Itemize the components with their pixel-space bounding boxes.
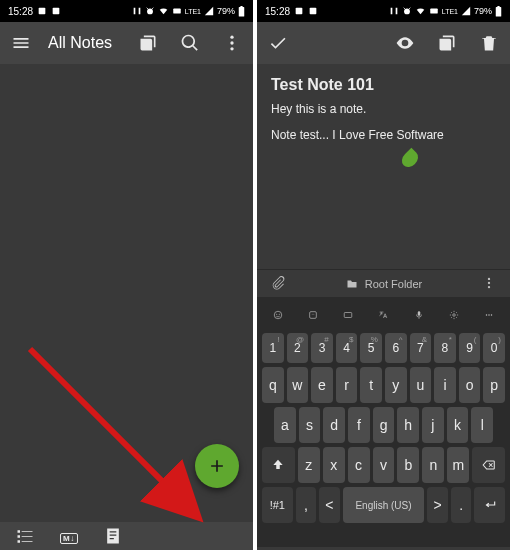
key-i[interactable]: i: [434, 367, 456, 403]
folder-select[interactable]: Root Folder: [341, 274, 426, 294]
key-4[interactable]: 4$: [336, 333, 358, 363]
comma-key[interactable]: ,: [296, 487, 316, 523]
key-w[interactable]: w: [287, 367, 309, 403]
battery-icon: [495, 6, 502, 17]
key-u[interactable]: u: [410, 367, 432, 403]
key-f[interactable]: f: [348, 407, 370, 443]
svg-rect-25: [344, 313, 352, 318]
key-9[interactable]: 9(: [459, 333, 481, 363]
notes-list-empty: [0, 64, 253, 522]
key-h[interactable]: h: [397, 407, 419, 443]
key-d[interactable]: d: [323, 407, 345, 443]
translate-icon[interactable]: [374, 306, 392, 324]
key-2[interactable]: 2@: [287, 333, 309, 363]
key-3[interactable]: 3#: [311, 333, 333, 363]
key-e[interactable]: e: [311, 367, 333, 403]
notebook-icon: [436, 32, 458, 54]
space-label: English (US): [355, 500, 411, 511]
gif-icon[interactable]: [339, 306, 357, 324]
spacebar-key[interactable]: English (US): [343, 487, 425, 523]
prev-lang-key[interactable]: <: [319, 487, 339, 523]
nfc-icon: [132, 6, 142, 16]
key-y[interactable]: y: [385, 367, 407, 403]
text-cursor-handle[interactable]: [399, 148, 422, 171]
svg-point-24: [313, 314, 314, 315]
key-p[interactable]: p: [483, 367, 505, 403]
alarm-icon: [145, 6, 155, 16]
key-r[interactable]: r: [336, 367, 358, 403]
volte-icon: [429, 6, 439, 16]
svg-rect-10: [296, 8, 303, 15]
key-a[interactable]: a: [274, 407, 296, 443]
note-body-line[interactable]: Hey this is a note.: [271, 102, 496, 116]
key-v[interactable]: v: [373, 447, 395, 483]
note-button[interactable]: [98, 521, 128, 550]
key-l[interactable]: l: [471, 407, 493, 443]
keyboard-row-numbers: 1!2@3#4$5%6^7&8*9(0): [260, 333, 507, 363]
mic-icon[interactable]: [410, 306, 428, 324]
key-t[interactable]: t: [360, 367, 382, 403]
svg-point-28: [486, 314, 488, 316]
more-horiz-icon[interactable]: [480, 306, 498, 324]
notebook-button[interactable]: [133, 28, 163, 58]
status-app-icon: [294, 6, 304, 16]
paperclip-icon: [271, 276, 285, 290]
notebook-button[interactable]: [432, 28, 462, 58]
key-o[interactable]: o: [459, 367, 481, 403]
key-7[interactable]: 7&: [410, 333, 432, 363]
sticker-icon[interactable]: [304, 306, 322, 324]
attach-button[interactable]: [267, 272, 289, 296]
add-note-fab[interactable]: [195, 444, 239, 488]
period-key[interactable]: .: [451, 487, 471, 523]
bottom-bar: M↓: [0, 522, 253, 550]
key-j[interactable]: j: [422, 407, 444, 443]
enter-key[interactable]: [474, 487, 505, 523]
folder-overflow[interactable]: [478, 272, 500, 296]
battery-icon: [238, 6, 245, 17]
svg-rect-14: [496, 7, 502, 16]
preview-button[interactable]: [390, 28, 420, 58]
key-m[interactable]: m: [447, 447, 469, 483]
status-app-icon: [51, 6, 61, 16]
key-z[interactable]: z: [298, 447, 320, 483]
key-6[interactable]: 6^: [385, 333, 407, 363]
backspace-key[interactable]: [472, 447, 505, 483]
markdown-button[interactable]: M↓: [56, 523, 82, 549]
key-1[interactable]: 1!: [262, 333, 284, 363]
search-button[interactable]: [175, 28, 205, 58]
overflow-button[interactable]: [217, 28, 247, 58]
key-k[interactable]: k: [447, 407, 469, 443]
note-body-line[interactable]: Note test... I Love Free Software: [271, 128, 496, 142]
status-app-icon: [37, 6, 47, 16]
key-b[interactable]: b: [397, 447, 419, 483]
key-5[interactable]: 5%: [360, 333, 382, 363]
hamburger-icon: [10, 32, 32, 54]
wifi-icon: [158, 6, 169, 16]
key-q[interactable]: q: [262, 367, 284, 403]
key-c[interactable]: c: [348, 447, 370, 483]
key-8[interactable]: 8*: [434, 333, 456, 363]
phone-left-all-notes: 15:28 LTE1 79% All Notes: [0, 0, 253, 550]
checklist-button[interactable]: [10, 521, 40, 550]
svg-line-9: [30, 349, 195, 514]
note-editor[interactable]: Test Note 101 Hey this is a note. Note t…: [257, 64, 510, 269]
key-x[interactable]: x: [323, 447, 345, 483]
note-title-field[interactable]: Test Note 101: [271, 76, 496, 94]
next-lang-key[interactable]: >: [427, 487, 447, 523]
search-icon: [179, 32, 201, 54]
key-s[interactable]: s: [299, 407, 321, 443]
symbols-key[interactable]: !#1: [262, 487, 293, 523]
delete-button[interactable]: [474, 28, 504, 58]
screen-title: All Notes: [48, 34, 121, 52]
shift-key[interactable]: [262, 447, 295, 483]
key-g[interactable]: g: [373, 407, 395, 443]
done-button[interactable]: [263, 28, 293, 58]
key-n[interactable]: n: [422, 447, 444, 483]
svg-rect-1: [53, 8, 60, 15]
menu-button[interactable]: [6, 28, 36, 58]
key-0[interactable]: 0): [483, 333, 505, 363]
svg-rect-26: [418, 311, 421, 316]
emoji-icon[interactable]: [269, 306, 287, 324]
keyboard-toolbar: [260, 301, 507, 329]
settings-icon[interactable]: [445, 306, 463, 324]
